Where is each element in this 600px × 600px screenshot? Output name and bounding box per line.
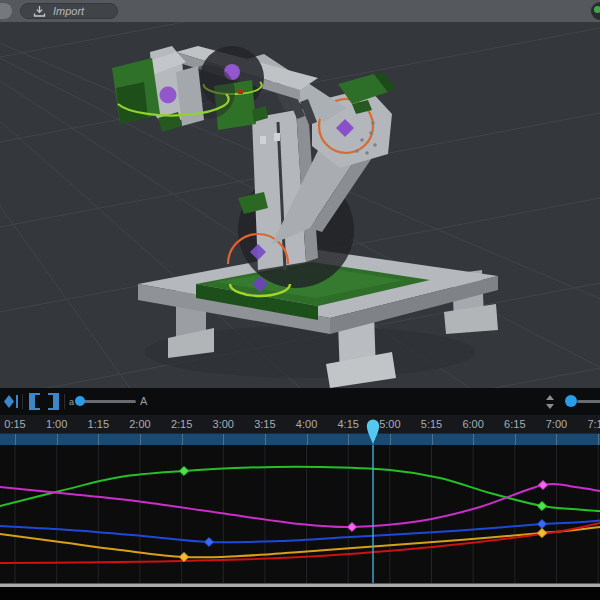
robot-arm-model[interactable] (112, 46, 498, 388)
range-bar-tick (98, 434, 99, 445)
animation-app-window: Import (0, 0, 600, 600)
timeline-range-bar[interactable] (0, 433, 600, 445)
range-bar-tick (223, 434, 224, 445)
range-bar-tick (15, 434, 16, 445)
panel-toggle-pill[interactable] (0, 3, 12, 19)
ruler-tick-label: 5:00 (379, 418, 400, 430)
curve-magenta-channel[interactable] (0, 484, 600, 527)
size-slider-max-label: A (140, 395, 147, 407)
keyframe-magenta-channel[interactable] (347, 522, 356, 531)
size-slider-knob[interactable] (75, 396, 85, 406)
ruler-tick-label: 1:00 (46, 418, 67, 430)
keyframe-diamond-icon[interactable] (2, 393, 20, 410)
playhead-pin[interactable] (366, 417, 380, 445)
ruler-tick-label: 5:15 (421, 418, 442, 430)
range-bar-tick (140, 434, 141, 445)
viewport-3d[interactable] (0, 22, 600, 388)
keyframe-green-channel[interactable] (179, 466, 188, 475)
ruler-tick-label: 3:00 (213, 418, 234, 430)
curve-editor[interactable] (0, 445, 600, 583)
ruler-tick-label: 4:15 (337, 418, 358, 430)
keyframe-yellow-channel[interactable] (537, 528, 546, 537)
ruler-tick-label: 3:15 (254, 418, 275, 430)
viewport-scene (0, 22, 600, 388)
range-bar-tick (598, 434, 599, 445)
right-slider-knob[interactable] (565, 395, 577, 407)
import-button[interactable]: Import (20, 3, 118, 19)
download-icon (33, 5, 46, 18)
toolbar-separator (64, 394, 65, 409)
range-bar-tick (57, 434, 58, 445)
range-bar-tick (265, 434, 266, 445)
range-bar-tick (390, 434, 391, 445)
toolbar-separator (22, 394, 23, 409)
range-bar-tick (432, 434, 433, 445)
stepper-arrows-icon[interactable] (545, 394, 555, 410)
ruler-tick-label: 1:15 (88, 418, 109, 430)
keyframe-blue-channel[interactable] (204, 537, 213, 546)
range-bar-tick (515, 434, 516, 445)
bracket-in-icon[interactable] (28, 393, 42, 410)
range-bar-tick (556, 434, 557, 445)
bracket-out-icon[interactable] (46, 393, 60, 410)
status-green-dot (594, 6, 600, 13)
keyframe-magenta-channel[interactable] (538, 480, 547, 489)
keyframe-blue-channel[interactable] (537, 519, 546, 528)
right-slider-track[interactable] (577, 400, 600, 403)
size-slider-min-label: a (69, 397, 74, 407)
curve-red-channel[interactable] (0, 523, 600, 563)
bottom-gap (0, 587, 600, 600)
ruler-tick-label: 2:00 (129, 418, 150, 430)
ruler-tick-label: 2:15 (171, 418, 192, 430)
ruler-tick-label: 6:00 (462, 418, 483, 430)
keyframe-green-channel[interactable] (537, 501, 546, 510)
range-bar-tick (348, 434, 349, 445)
ruler-tick-label: 0:15 (4, 418, 25, 430)
ruler-tick-label: 6:15 (504, 418, 525, 430)
status-indicator[interactable] (591, 2, 600, 20)
transport-toolbar: a A (0, 388, 600, 415)
wrist-joint-marker[interactable] (160, 87, 177, 104)
range-bar-tick (182, 434, 183, 445)
top-bar: Import (0, 0, 600, 22)
ruler-tick-label: 4:00 (296, 418, 317, 430)
range-bar-tick (307, 434, 308, 445)
ruler-tick-label: 7:15 (587, 418, 600, 430)
timeline-ruler[interactable]: 0:151:001:152:002:153:003:154:004:155:00… (0, 415, 600, 445)
import-button-label: Import (53, 4, 84, 18)
curve-green-channel[interactable] (0, 467, 600, 511)
range-bar-tick (473, 434, 474, 445)
ruler-tick-label: 7:00 (546, 418, 567, 430)
size-slider-track[interactable] (76, 400, 136, 403)
